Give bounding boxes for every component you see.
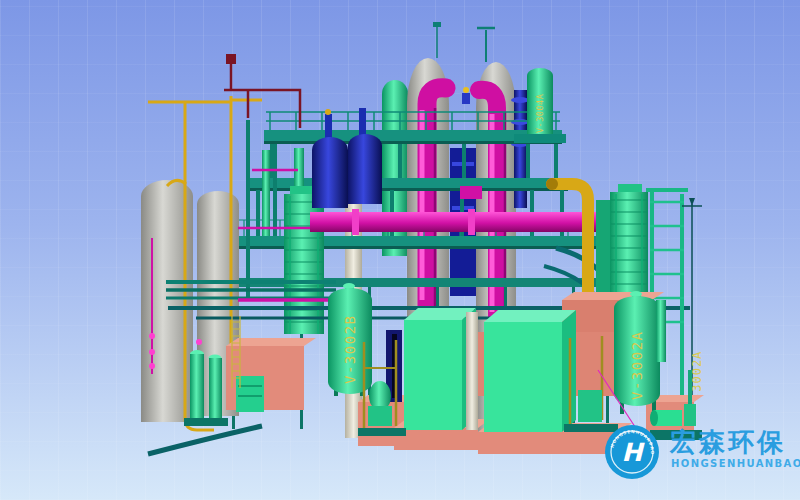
logo-monogram-icon: H (622, 438, 646, 467)
vessel-label-v3002b: V-3002B (342, 314, 358, 384)
green-box-tank-2 (484, 310, 576, 432)
plate-heat-exchanger-right (596, 184, 648, 304)
plant-3d-render: -3002A (0, 0, 800, 500)
vessel-label-v3002a: V-3002A (629, 330, 645, 400)
plate-heat-exchanger-left (284, 186, 324, 334)
green-box-tank-1 (404, 308, 476, 430)
company-logo: HONGSENHUANBAO H 宏森环保 HONGSENHUANBAO (605, 425, 800, 479)
logo-name-en: HONGSENHUANBAO (671, 458, 800, 469)
vent-stacks (433, 22, 495, 62)
instrument (462, 87, 470, 104)
white-column-2 (466, 312, 478, 430)
logo-name-cn: 宏森环保 (669, 427, 786, 457)
vessel-label-v3004a: V-3004A (535, 94, 545, 133)
dimension-label: -3002A (690, 351, 704, 400)
maroon-pipe-loop (224, 54, 300, 128)
plant-model-canvas: -3002A (0, 0, 800, 500)
